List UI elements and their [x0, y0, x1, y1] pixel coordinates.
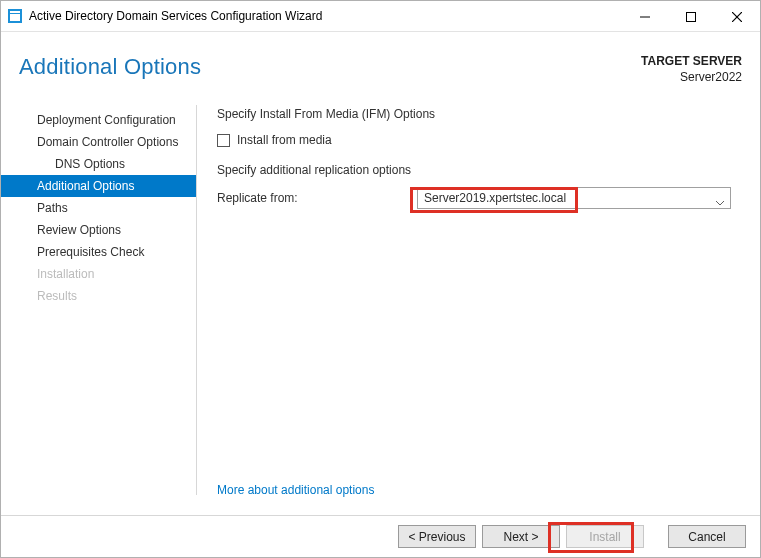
chevron-down-icon [716, 195, 724, 200]
replicate-from-combobox[interactable]: Server2019.xpertstec.local [417, 187, 731, 209]
wizard-header: Additional Options TARGET SERVER Server2… [1, 32, 760, 95]
app-icon [7, 8, 23, 24]
maximize-button[interactable] [668, 1, 714, 32]
wizard-body: Deployment Configuration Domain Controll… [1, 95, 760, 515]
wizard-footer: < Previous Next > Install Cancel [1, 515, 760, 557]
page-title: Additional Options [19, 54, 201, 80]
sidebar-item-domain-controller-options[interactable]: Domain Controller Options [1, 131, 196, 153]
ifm-section-label: Specify Install From Media (IFM) Options [217, 107, 738, 121]
previous-button[interactable]: < Previous [398, 525, 476, 548]
sidebar-item-additional-options[interactable]: Additional Options [1, 175, 196, 197]
sidebar: Deployment Configuration Domain Controll… [1, 105, 197, 495]
main-panel: Specify Install From Media (IFM) Options… [197, 105, 760, 515]
target-server-value: Server2022 [641, 70, 742, 86]
target-server-label: TARGET SERVER [641, 54, 742, 70]
sidebar-item-results: Results [1, 285, 196, 307]
sidebar-item-review-options[interactable]: Review Options [1, 219, 196, 241]
titlebar: Active Directory Domain Services Configu… [1, 1, 760, 32]
window-title: Active Directory Domain Services Configu… [29, 9, 322, 23]
replicate-from-combo-wrap: Server2019.xpertstec.local [417, 187, 731, 209]
install-from-media-label: Install from media [237, 133, 332, 147]
replicate-from-value: Server2019.xpertstec.local [424, 191, 566, 205]
sidebar-item-dns-options[interactable]: DNS Options [1, 153, 196, 175]
next-button[interactable]: Next > [482, 525, 560, 548]
close-button[interactable] [714, 1, 760, 32]
replicate-from-row: Replicate from: Server2019.xpertstec.loc… [217, 187, 738, 209]
sidebar-item-paths[interactable]: Paths [1, 197, 196, 219]
minimize-button[interactable] [622, 1, 668, 32]
svg-rect-1 [10, 14, 20, 21]
install-from-media-row: Install from media [217, 133, 738, 147]
install-from-media-checkbox[interactable] [217, 134, 230, 147]
install-button: Install [566, 525, 644, 548]
cancel-button[interactable]: Cancel [668, 525, 746, 548]
sidebar-item-installation: Installation [1, 263, 196, 285]
wizard-window: Active Directory Domain Services Configu… [0, 0, 761, 558]
sidebar-item-prerequisites-check[interactable]: Prerequisites Check [1, 241, 196, 263]
replication-section-label: Specify additional replication options [217, 163, 738, 177]
svg-rect-4 [687, 12, 696, 21]
sidebar-item-deployment-configuration[interactable]: Deployment Configuration [1, 109, 196, 131]
more-about-link[interactable]: More about additional options [217, 483, 374, 497]
replicate-from-label: Replicate from: [217, 191, 417, 205]
target-server-block: TARGET SERVER Server2022 [641, 54, 742, 85]
window-controls [622, 1, 760, 32]
svg-rect-2 [10, 11, 20, 13]
